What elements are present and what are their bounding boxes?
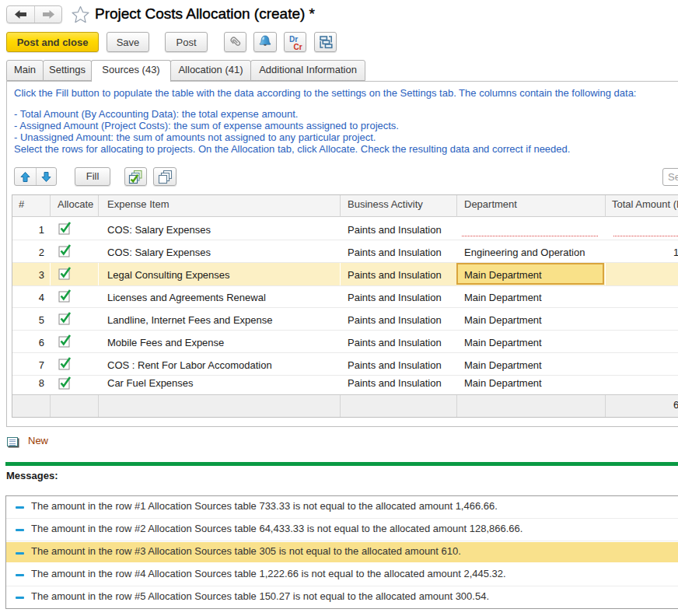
svg-text:Cr: Cr [294,42,302,51]
